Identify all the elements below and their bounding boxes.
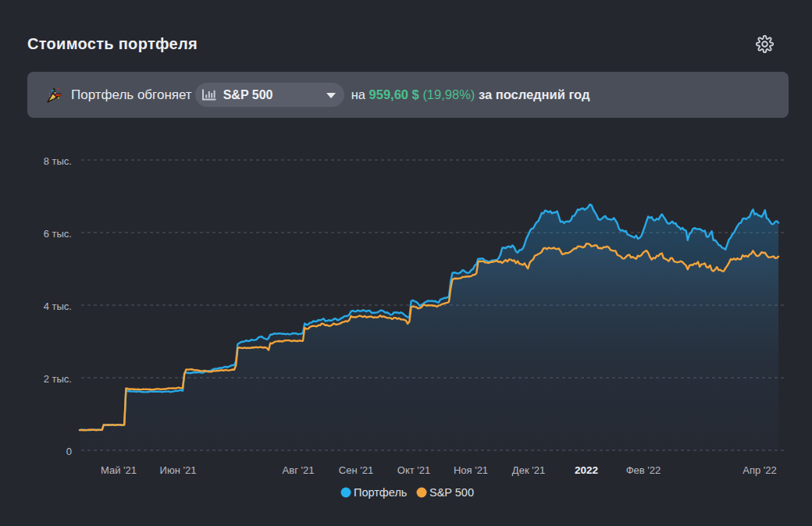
svg-text:8 тыс.: 8 тыс. [44, 155, 72, 167]
svg-text:S&P 500: S&P 500 [429, 486, 474, 499]
svg-text:Фев '22: Фев '22 [626, 464, 661, 476]
svg-text:Сен '21: Сен '21 [339, 464, 373, 476]
svg-text:2 тыс.: 2 тыс. [44, 373, 72, 385]
svg-text:6 тыс.: 6 тыс. [44, 228, 72, 240]
svg-text:Апр '22: Апр '22 [743, 464, 777, 476]
svg-text:4 тыс.: 4 тыс. [44, 300, 72, 312]
svg-text:Портфель: Портфель [354, 486, 407, 499]
svg-text:Окт '21: Окт '21 [397, 464, 430, 476]
svg-text:2022: 2022 [575, 464, 598, 476]
svg-text:Авг '21: Авг '21 [283, 464, 315, 476]
svg-text:Май '21: Май '21 [101, 464, 137, 476]
svg-text:Июн '21: Июн '21 [160, 464, 197, 476]
svg-text:Дек '21: Дек '21 [512, 464, 545, 476]
svg-text:0: 0 [66, 446, 72, 457]
svg-text:Ноя '21: Ноя '21 [454, 464, 488, 476]
